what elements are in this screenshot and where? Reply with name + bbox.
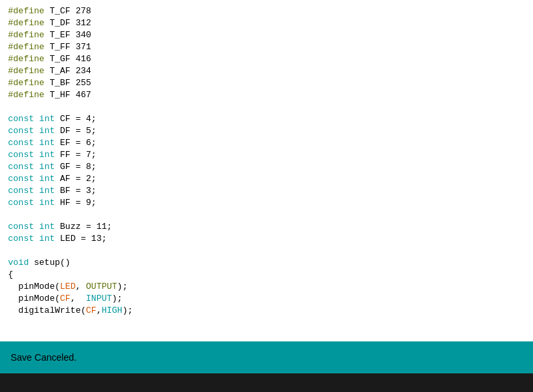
status-bar: Save Canceled. — [0, 341, 533, 373]
code-line: const int GF = 8; — [8, 161, 525, 173]
code-token: T_EF 340 — [45, 29, 91, 42]
code-line-empty — [8, 101, 525, 113]
code-token: , — [97, 305, 102, 317]
code-line: const int AF = 2; — [8, 173, 525, 185]
code-line: const int DF = 5; — [8, 125, 525, 137]
code-token: FF = 7; — [55, 149, 96, 162]
code-token: T_BF 255 — [45, 77, 91, 90]
code-token: AF = 2; — [55, 173, 96, 186]
code-line: #define T_DF 312 — [8, 17, 525, 29]
code-token: #define — [8, 65, 45, 78]
code-token: GF = 8; — [55, 161, 96, 174]
code-token: digitalWrite — [8, 305, 81, 317]
code-token — [34, 125, 39, 138]
code-token: const — [8, 233, 34, 246]
code-token: int — [39, 221, 55, 234]
code-token: int — [39, 125, 55, 138]
code-line: { — [8, 269, 525, 281]
code-token: , — [71, 293, 86, 305]
code-token: int — [39, 185, 55, 198]
code-token: DF = 5; — [55, 125, 96, 138]
code-token — [34, 173, 39, 186]
code-token: CF = 4; — [55, 113, 96, 126]
code-token: { — [8, 269, 13, 282]
code-token: int — [39, 149, 55, 162]
code-token: const — [8, 185, 34, 198]
code-line: #define T_EF 340 — [8, 29, 525, 41]
code-line: #define T_FF 371 — [8, 41, 525, 53]
code-token: CF — [60, 293, 71, 305]
code-line: const int EF = 6; — [8, 137, 525, 149]
code-line: void setup() — [8, 257, 525, 269]
code-token: ( — [55, 281, 60, 294]
code-token: const — [8, 113, 34, 126]
code-token: #define — [8, 41, 45, 54]
code-token: #define — [8, 29, 45, 42]
code-token: const — [8, 149, 34, 162]
code-token: void — [8, 257, 29, 270]
code-token: T_AF 234 — [45, 65, 91, 78]
code-token: CF — [86, 305, 97, 317]
code-line: const int BF = 3; — [8, 185, 525, 197]
code-line: #define T_AF 234 — [8, 65, 525, 77]
code-token — [34, 185, 39, 198]
code-token: int — [39, 233, 55, 246]
code-token — [34, 221, 39, 234]
code-token: , — [75, 281, 86, 294]
code-token: const — [8, 221, 34, 234]
code-token: const — [8, 137, 34, 150]
code-token — [34, 161, 39, 174]
code-token: INPUT — [86, 293, 112, 305]
code-line-empty — [8, 209, 525, 221]
code-token: OUTPUT — [86, 281, 117, 294]
code-line: #define T_HF 467 — [8, 89, 525, 101]
code-line: pinMode(CF, INPUT); — [8, 293, 525, 305]
code-token: LED = 13; — [55, 233, 107, 246]
code-token: ( — [55, 293, 60, 305]
code-token: pinMode — [8, 293, 55, 305]
code-token — [34, 233, 39, 246]
status-text: Save Canceled. — [11, 352, 77, 363]
code-token: EF = 6; — [55, 137, 96, 150]
code-token: LED — [60, 281, 75, 294]
code-token — [34, 197, 39, 210]
code-line-empty — [8, 245, 525, 257]
code-token: pinMode — [8, 281, 55, 294]
code-token: HIGH — [101, 305, 122, 317]
code-line: digitalWrite(CF,HIGH); — [8, 305, 525, 317]
code-token: #define — [8, 53, 45, 66]
code-token — [34, 149, 39, 162]
code-token: T_HF 467 — [45, 89, 91, 102]
code-token: const — [8, 161, 34, 174]
code-token: T_DF 312 — [45, 17, 91, 30]
code-token: const — [8, 197, 34, 210]
code-token: HF = 9; — [55, 197, 96, 210]
code-token: Buzz = 11; — [55, 221, 112, 234]
code-token: int — [39, 161, 55, 174]
code-token: int — [39, 137, 55, 150]
code-token — [34, 137, 39, 150]
code-token: #define — [8, 89, 45, 102]
code-token: ( — [81, 305, 86, 317]
code-token: BF = 3; — [55, 185, 96, 198]
code-token: int — [39, 197, 55, 210]
code-line: const int HF = 9; — [8, 197, 525, 209]
bottom-bar — [0, 373, 533, 392]
code-line: const int CF = 4; — [8, 113, 525, 125]
code-token: ); — [123, 305, 133, 317]
code-token: #define — [8, 5, 45, 18]
code-token: setup() — [29, 257, 70, 270]
code-line: const int FF = 7; — [8, 149, 525, 161]
code-token: #define — [8, 77, 45, 90]
code-token: T_CF 278 — [45, 5, 91, 18]
code-line: pinMode(LED, OUTPUT); — [8, 281, 525, 293]
code-line: #define T_BF 255 — [8, 77, 525, 89]
code-token — [34, 113, 39, 126]
code-line: const int LED = 13; — [8, 233, 525, 245]
code-token: T_FF 371 — [45, 41, 91, 54]
code-line: const int Buzz = 11; — [8, 221, 525, 233]
code-token: ); — [117, 281, 128, 294]
code-token: int — [39, 113, 55, 126]
code-line: #define T_CF 278 — [8, 5, 525, 17]
code-token: int — [39, 173, 55, 186]
